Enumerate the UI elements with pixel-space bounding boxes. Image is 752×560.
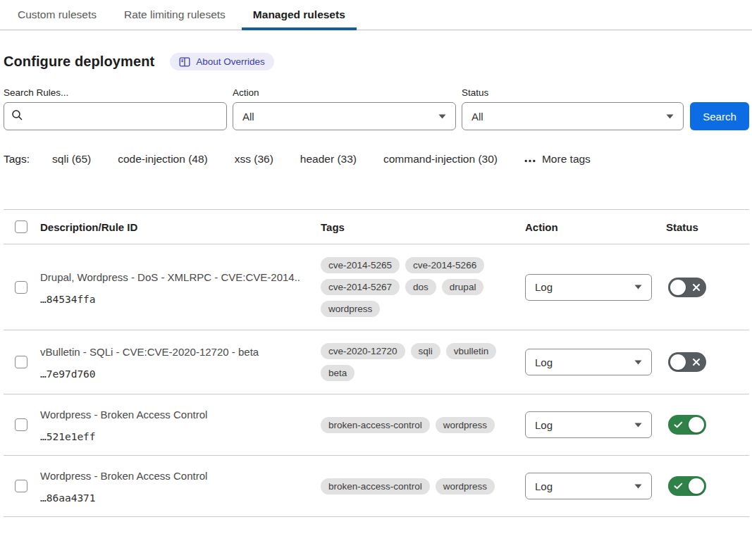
tag-pill: beta [321,365,355,381]
column-header-description: Description/Rule ID [40,221,321,233]
tag-link-xss[interactable]: xss (36) [235,153,273,166]
chevron-down-icon [634,360,642,365]
table-row: Wordpress - Broken Access Control …521e1… [4,394,749,456]
tab-custom-rulesets[interactable]: Custom rulesets [6,0,108,30]
table-row: Drupal, Wordpress - DoS - XMLRPC - CVE:C… [4,244,749,330]
column-header-action: Action [525,221,666,233]
row-action-value: Log [535,480,553,492]
action-filter-label: Action [233,87,456,98]
chevron-down-icon [634,423,642,428]
ruleset-tabbar: Custom rulesets Rate limiting rulesets M… [0,0,752,30]
search-rules-label: Search Rules... [4,87,227,98]
tag-link-command-injection[interactable]: command-injection (30) [383,153,498,166]
toggle-knob [670,354,686,370]
status-toggle[interactable] [668,352,706,372]
tag-pill: broken-access-control [321,478,430,494]
toggle-knob [670,280,686,295]
search-icon [11,109,23,124]
page-title: Configure deployment [4,54,154,70]
search-box [4,102,227,130]
tag-link-header[interactable]: header (33) [300,153,357,166]
tag-pill: broken-access-control [321,417,430,433]
column-header-status: Status [666,221,749,233]
tag-pill: sqli [411,343,440,359]
chevron-down-icon [438,114,446,119]
row-action-select[interactable]: Log [525,473,652,499]
row-checkbox[interactable] [15,480,27,492]
rules-table: Description/Rule ID Tags Action Status D… [4,209,749,517]
toggle-knob [689,478,704,494]
tag-link-code-injection[interactable]: code-injection (48) [118,153,208,166]
tab-rate-limiting-rulesets[interactable]: Rate limiting rulesets [113,0,237,30]
tag-pill: dos [405,279,436,295]
tab-label: Custom rulesets [18,8,97,21]
row-checkbox[interactable] [15,281,27,294]
search-button[interactable]: Search [690,102,749,130]
tab-managed-rulesets[interactable]: Managed rulesets [242,0,357,30]
row-action-select[interactable]: Log [525,411,652,438]
row-action-select[interactable]: Log [525,349,652,375]
about-overrides-link[interactable]: About Overrides [170,53,274,70]
status-toggle[interactable] [668,415,706,435]
search-rules-input[interactable] [29,111,219,123]
tag-pill: wordpress [436,417,495,433]
select-all-checkbox[interactable] [15,220,27,233]
tag-pill: drupal [442,279,484,295]
rule-description: vBulletin - SQLi - CVE:CVE-2020-12720 - … [40,344,301,359]
row-action-value: Log [535,419,553,431]
about-overrides-label: About Overrides [196,56,265,67]
rule-description: Wordpress - Broken Access Control [40,468,301,483]
row-action-select[interactable]: Log [525,274,652,301]
tag-pill: wordpress [436,478,495,494]
book-icon [179,57,190,67]
toggle-knob [689,417,704,433]
row-action-value: Log [535,356,553,368]
more-tags-label: More tags [542,153,591,166]
table-header-row: Description/Rule ID Tags Action Status [4,210,749,244]
action-filter-value: All [242,111,254,123]
status-filter-select[interactable]: All [462,102,684,130]
rule-id: …521e1eff [40,431,301,442]
tag-link-sqli[interactable]: sqli (65) [52,153,91,166]
tags-bar-label: Tags: [4,153,30,166]
filters-row: Search Rules... Action All S [4,87,749,130]
heading-row: Configure deployment About Overrides [4,53,749,70]
tab-label: Managed rulesets [253,8,345,21]
tag-pill: cve-2020-12720 [321,343,405,359]
row-action-value: Log [535,281,553,293]
tag-pill: cve-2014-5265 [321,257,400,273]
tag-pill: vbulletin [446,343,497,359]
tag-pill: wordpress [321,301,380,317]
more-tags-button[interactable]: More tags [524,153,591,166]
check-icon [674,421,683,428]
tab-label: Rate limiting rulesets [124,8,226,21]
rule-description: Drupal, Wordpress - DoS - XMLRPC - CVE:C… [40,270,301,285]
tags-bar: Tags: sqli (65) code-injection (48) xss … [4,153,749,166]
check-icon [674,483,683,490]
rule-id: …86aa4371 [40,492,301,504]
chevron-down-icon [666,114,674,119]
action-filter-select[interactable]: All [233,102,456,130]
status-toggle[interactable] [668,476,706,496]
chevron-down-icon [634,484,642,489]
table-row: vBulletin - SQLi - CVE:CVE-2020-12720 - … [4,330,749,394]
status-filter-value: All [471,111,483,123]
row-checkbox[interactable] [15,356,27,368]
tag-pill: cve-2014-5267 [321,279,400,295]
table-row: Wordpress - Broken Access Control …86aa4… [4,456,749,517]
status-filter-label: Status [462,87,684,98]
rule-description: Wordpress - Broken Access Control [40,407,301,422]
x-icon [692,358,701,366]
tag-pill: cve-2014-5266 [405,257,484,273]
rule-id: …7e97d760 [40,368,301,380]
chevron-down-icon [634,285,642,290]
rule-id: …84534ffa [40,294,301,305]
column-header-tags: Tags [321,221,525,233]
ellipsis-icon [524,153,536,166]
row-checkbox[interactable] [15,418,27,431]
status-toggle[interactable] [668,278,706,297]
x-icon [692,283,701,292]
